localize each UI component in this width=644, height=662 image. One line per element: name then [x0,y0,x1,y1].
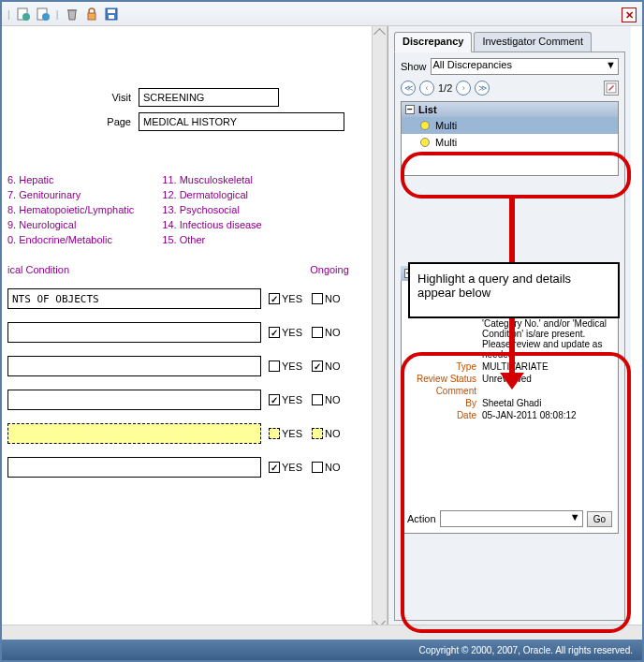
add-page-icon[interactable] [15,6,32,22]
table-row: YESNO [7,390,381,410]
go-button[interactable]: Go [587,511,612,527]
svg-rect-5 [88,13,95,20]
condition-input[interactable] [7,457,261,478]
condition-input[interactable] [7,288,261,309]
main-area: Visit Page 6. Hepatic 7. Genitourinary 8… [2,26,642,629]
tab-investigator-comment[interactable]: Investigator Comment [474,32,592,52]
condition-input[interactable] [7,322,261,343]
no-checkbox[interactable] [312,394,323,405]
action-label: Action [407,513,436,524]
condition-input[interactable] [7,390,261,410]
show-label: Show [401,61,427,72]
by-value: Sheetal Ghadi [482,398,612,408]
horizontal-scrollbar[interactable] [2,625,642,640]
status-value: Unreviewed [482,374,612,384]
yes-no-group: YESNO [269,360,381,372]
action-select[interactable]: ▼ [440,510,583,527]
next-icon[interactable]: › [456,81,471,96]
no-label: NO [325,360,341,372]
yes-no-group: YESNO [269,428,381,439]
visit-label: Visit [7,92,139,103]
yes-checkbox[interactable] [269,428,280,439]
condition-input[interactable] [7,423,261,444]
copyright-text: Copyright © 2000, 2007, Oracle. All righ… [418,645,633,655]
type-label: Type [407,361,476,372]
no-checkbox[interactable] [312,360,323,372]
page-input[interactable] [139,112,344,131]
visit-input[interactable] [139,88,279,107]
show-select[interactable]: All Discrepancies ▼ [431,58,619,75]
no-label: NO [325,462,341,473]
list-item[interactable]: Multi [402,117,618,134]
close-icon[interactable]: ✕ [622,7,637,22]
no-label: NO [325,327,341,338]
collapse-icon[interactable]: − [405,105,415,114]
yes-label: YES [282,462,302,473]
table-row: YESNO [7,457,381,478]
prev-icon[interactable]: ‹ [419,81,434,96]
annotation-box: Highlight a query and details appear bel… [408,262,620,318]
yes-label: YES [282,327,302,338]
schedule-icon[interactable] [35,6,51,22]
yes-checkbox[interactable] [269,360,280,372]
filter-row: Show All Discrepancies ▼ [401,58,619,75]
page-indicator: 1/2 [438,82,452,94]
condition-item: 14. Infectious disease [162,219,261,230]
list-item-label: Multi [435,120,457,131]
yes-checkbox[interactable] [269,394,280,405]
yes-label: YES [282,360,302,372]
tab-discrepancy[interactable]: Discrepancy [394,32,472,52]
comment-value [482,386,612,396]
visit-row: Visit [7,88,381,107]
yes-label: YES [282,394,302,405]
yes-no-group: YESNO [269,327,381,338]
edit-icon[interactable] [604,81,619,96]
discrepancy-panel: Discrepancy Investigator Comment Show Al… [388,26,631,629]
show-select-value: All Discrepancies [433,59,512,70]
date-label: Date [407,410,476,420]
form-panel: Visit Page 6. Hepatic 7. Genitourinary 8… [2,26,388,629]
condition-item: 8. Hematopoietic/Lymphatic [7,204,134,215]
no-checkbox[interactable] [312,428,323,439]
first-icon[interactable]: ≪ [401,81,416,96]
list-box: − List Multi Multi [401,101,619,176]
table-row: YESNO [7,423,381,444]
tabs: Discrepancy Investigator Comment [394,32,625,52]
table-row: YESNO [7,288,381,309]
yes-label: YES [282,293,302,304]
condition-input[interactable] [7,356,261,376]
condition-item: 13. Psychosocial [162,204,261,215]
vertical-scrollbar[interactable] [372,26,387,629]
list-header: − List [402,102,618,117]
no-checkbox[interactable] [312,293,323,304]
comment-label: Comment [407,386,476,396]
yes-checkbox[interactable] [269,293,280,304]
no-checkbox[interactable] [312,327,323,338]
svg-point-1 [22,13,30,21]
yes-no-group: YESNO [269,293,381,304]
no-label: NO [325,293,341,304]
col-condition-header: ical Condition [7,264,278,275]
condition-col-left: 6. Hepatic 7. Genitourinary 8. Hematopoi… [7,174,134,245]
svg-rect-7 [108,9,115,13]
svg-rect-8 [109,15,114,19]
svg-point-3 [42,13,50,21]
list-item[interactable]: Multi [402,134,618,151]
nav-row: ≪ ‹ 1/2 › ≫ [401,81,619,96]
action-row: Action ▼ Go [407,510,612,527]
last-icon[interactable]: ≫ [475,81,490,96]
status-label: Review Status [407,374,476,384]
col-ongoing-header: Ongoing [278,264,381,275]
no-checkbox[interactable] [312,462,323,473]
condition-col-right: 11. Musculoskeletal 12. Dermatological 1… [162,174,261,245]
lock-icon[interactable] [83,6,100,22]
delete-icon[interactable] [64,6,80,22]
save-icon[interactable] [103,6,120,22]
condition-item: 9. Neurological [7,219,134,230]
table-row: YESNO [7,322,381,343]
type-value: MULTIVARIATE [482,361,612,372]
condition-item: 0. Endocrine/Metabolic [7,234,134,245]
yes-checkbox[interactable] [269,327,280,338]
status-dot-icon [420,138,430,147]
yes-checkbox[interactable] [269,462,280,473]
